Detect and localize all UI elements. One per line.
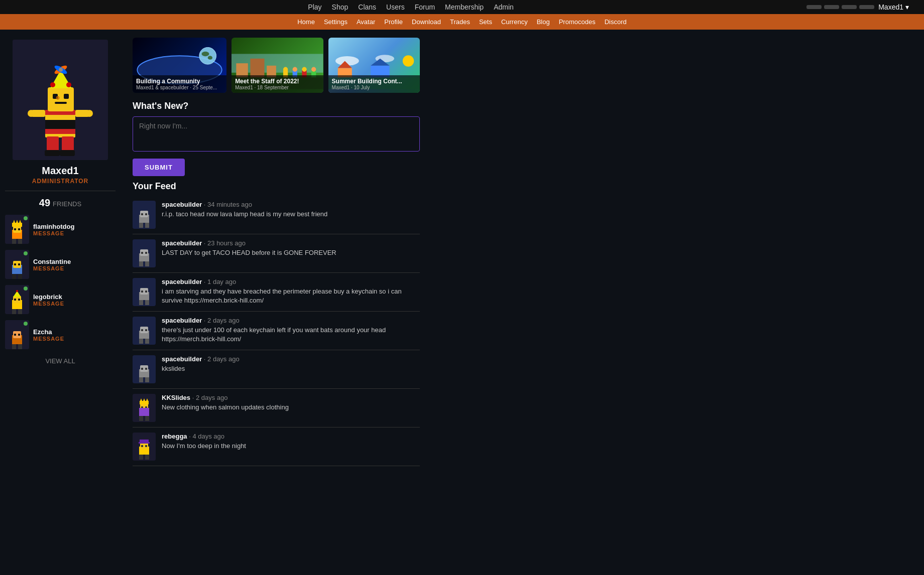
featured-card-1[interactable]: Building a Community Maxed1 & spacebuild… xyxy=(133,38,226,93)
svg-rect-132 xyxy=(139,408,149,416)
feed-username-6[interactable]: rebegga xyxy=(162,433,187,440)
svg-rect-120 xyxy=(145,377,149,382)
friend-message-3[interactable]: MESSAGE xyxy=(33,301,64,307)
submit-button[interactable]: SUBMIT xyxy=(133,159,185,176)
nav-clans[interactable]: Clans xyxy=(358,3,376,11)
nav-users[interactable]: Users xyxy=(386,3,405,11)
feed-body-0: spacebuilder · 34 minutes ago r.i.p. tac… xyxy=(162,201,420,219)
friend-message-2[interactable]: MESSAGE xyxy=(33,265,71,271)
svg-rect-137 xyxy=(145,445,147,447)
feed-separator: · xyxy=(204,278,207,285)
orange-nav-sets[interactable]: Sets xyxy=(479,18,492,26)
nav-admin[interactable]: Admin xyxy=(494,3,514,11)
svg-rect-55 xyxy=(14,334,16,336)
sidebar-role: ADMINISTRATOR xyxy=(32,178,89,185)
svg-rect-30 xyxy=(12,239,16,244)
user-dropdown-button[interactable]: Maxed1 ▾ xyxy=(878,3,909,11)
sidebar-username: Maxed1 xyxy=(42,165,78,177)
orange-nav-avatar[interactable]: Avatar xyxy=(357,18,375,26)
feed-avatar-3 xyxy=(133,317,156,345)
feed-avatar-5 xyxy=(133,394,156,422)
orange-nav-currency[interactable]: Currency xyxy=(501,18,528,26)
svg-rect-92 xyxy=(145,223,149,228)
svg-point-12 xyxy=(66,82,71,87)
orange-nav: Home Settings Avatar Profile Download Tr… xyxy=(0,14,924,30)
feed-separator: · xyxy=(204,317,207,324)
svg-rect-99 xyxy=(145,261,149,266)
orange-nav-download[interactable]: Download xyxy=(412,18,441,26)
orange-nav-settings[interactable]: Settings xyxy=(324,18,348,26)
svg-point-64 xyxy=(208,56,212,59)
nav-icon-1 xyxy=(806,5,822,9)
feed-text-5: New clothing when salmon updates clothin… xyxy=(162,403,420,412)
svg-rect-58 xyxy=(18,344,22,349)
orange-nav-trades[interactable]: Trades xyxy=(450,18,470,26)
avatar xyxy=(13,40,108,160)
feed-body-6: rebegga · 4 days ago Now I'm too deep in… xyxy=(162,433,420,451)
feed-username-2[interactable]: spacebuilder xyxy=(162,278,202,285)
feed-username-1[interactable]: spacebuilder xyxy=(162,239,202,247)
feed-username-3[interactable]: spacebuilder xyxy=(162,317,202,324)
svg-rect-29 xyxy=(18,228,20,230)
feed-time-1: 23 hours ago xyxy=(207,239,246,247)
feed-text-6: Now I'm too deep in the night xyxy=(162,442,420,451)
nav-shop[interactable]: Shop xyxy=(332,3,349,11)
svg-point-85 xyxy=(402,55,413,66)
view-all-link[interactable]: VIEW ALL xyxy=(45,357,75,365)
feed-username-0[interactable]: spacebuilder xyxy=(162,201,202,208)
svg-point-73 xyxy=(293,67,297,72)
main-content: Building a Community Maxed1 & spacebuild… xyxy=(121,30,432,571)
feed-time-4: 2 days ago xyxy=(207,355,240,363)
friend-message-4[interactable]: MESSAGE xyxy=(33,336,64,342)
svg-rect-119 xyxy=(139,377,143,382)
orange-nav-promocodes[interactable]: Promocodes xyxy=(559,18,596,26)
feed-username-4[interactable]: spacebuilder xyxy=(162,355,202,363)
featured-card-2[interactable]: Meet the Staff of 2022! Maxed1 · 18 Sept… xyxy=(232,38,323,93)
feed-avatar-2 xyxy=(133,278,156,306)
friend-message-1[interactable]: MESSAGE xyxy=(33,230,74,236)
svg-rect-104 xyxy=(145,291,147,293)
nav-membership[interactable]: Membership xyxy=(445,3,484,11)
orange-nav-blog[interactable]: Blog xyxy=(537,18,550,26)
featured-card-2-title: Meet the Staff of 2022! xyxy=(235,78,319,85)
nav-icon-3 xyxy=(842,5,857,9)
feed-avatar-6 xyxy=(133,433,156,461)
feed-item: KKSlides · 2 days ago New clothing when … xyxy=(133,389,420,427)
featured-card-1-title: Building a Community xyxy=(136,78,223,85)
svg-rect-97 xyxy=(145,252,147,254)
svg-rect-90 xyxy=(145,213,147,215)
feed-body-2: spacebuilder · 1 day ago i am starving a… xyxy=(162,278,420,305)
top-nav: Play Shop Clans Users Forum Membership A… xyxy=(0,0,924,14)
nav-forum[interactable]: Forum xyxy=(415,3,435,11)
status-input[interactable] xyxy=(133,116,420,152)
friends-count: 49 xyxy=(39,197,50,209)
svg-rect-21 xyxy=(47,136,59,152)
svg-rect-57 xyxy=(12,344,16,349)
avatar-image xyxy=(13,40,108,160)
svg-point-19 xyxy=(28,110,35,117)
svg-rect-141 xyxy=(139,442,150,444)
svg-point-63 xyxy=(202,52,209,56)
svg-rect-5 xyxy=(48,87,74,111)
feed-username-5[interactable]: KKSlides xyxy=(162,394,190,401)
feed-item: spacebuilder · 1 day ago i am starving a… xyxy=(133,273,420,311)
svg-rect-127 xyxy=(145,416,149,421)
feed-item: spacebuilder · 2 days ago kkslides xyxy=(133,350,420,388)
svg-rect-128 xyxy=(140,401,149,404)
svg-rect-41 xyxy=(12,274,16,279)
feed-time-5: 2 days ago xyxy=(196,394,228,401)
orange-nav-profile[interactable]: Profile xyxy=(384,18,403,26)
feed-text-1: LAST DAY to get TACO HEAD before it is G… xyxy=(162,248,420,257)
featured-row: Building a Community Maxed1 & spacebuild… xyxy=(133,38,420,93)
svg-rect-47 xyxy=(18,299,20,301)
featured-card-3[interactable]: Summer Building Cont... Maxed1 · 10 July xyxy=(328,38,420,93)
svg-rect-23 xyxy=(45,150,60,156)
orange-nav-discord[interactable]: Discord xyxy=(605,18,627,26)
nav-play[interactable]: Play xyxy=(308,3,321,11)
svg-point-20 xyxy=(86,110,93,117)
orange-nav-home[interactable]: Home xyxy=(297,18,315,26)
svg-rect-139 xyxy=(145,455,149,460)
feed-text-2: i am starving and they have breached the… xyxy=(162,287,420,305)
svg-point-75 xyxy=(302,67,306,72)
svg-rect-113 xyxy=(145,339,149,344)
